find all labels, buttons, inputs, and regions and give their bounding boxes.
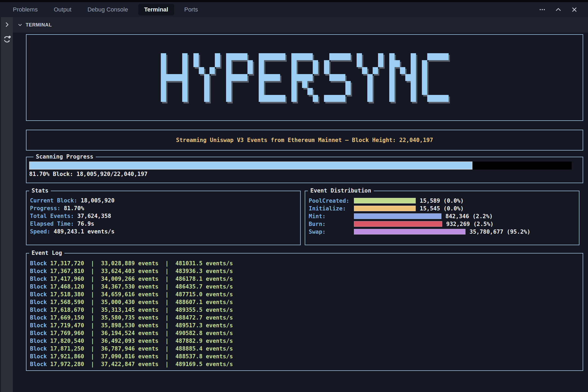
banner-pixel xyxy=(291,74,297,81)
tab-problems[interactable]: Problems xyxy=(7,4,44,16)
banner-pixel xyxy=(302,60,307,67)
banner-pixel xyxy=(193,67,199,74)
banner-pixel xyxy=(259,81,264,88)
event-log-row: Block 17,719,470 | 35,898,530 events | 4… xyxy=(30,322,583,329)
banner-pixel xyxy=(307,81,313,88)
banner-pixel xyxy=(182,67,188,74)
banner-pixel xyxy=(264,67,269,74)
log-block-prefix: Block xyxy=(30,338,47,344)
panel-tabs: ProblemsOutputDebug ConsoleTerminalPorts xyxy=(7,4,204,16)
panel-body: TERMINAL Streaming Uniswap V3 Events fro… xyxy=(0,17,588,392)
banner-pixel xyxy=(367,74,373,81)
banner-pixel xyxy=(177,53,182,60)
banner-pixel xyxy=(427,74,433,81)
banner-pixel xyxy=(269,88,275,95)
banner-pixel xyxy=(264,74,269,81)
banner-pixel xyxy=(182,74,188,81)
sync-icon[interactable] xyxy=(2,35,12,44)
event-log-row: Block 17,871,250 | 36,787,946 events | 4… xyxy=(30,345,583,353)
event-log-row: Block 17,921,860 | 37,090,816 events | 4… xyxy=(30,353,583,360)
log-row-text: 17,618,670 | 35,313,145 events | 489355.… xyxy=(47,307,233,313)
maximize-panel-icon[interactable] xyxy=(554,6,562,14)
banner-pixel xyxy=(280,60,285,67)
banner-pixel xyxy=(166,60,171,67)
banner-pixel xyxy=(275,53,280,60)
more-actions-icon[interactable] xyxy=(538,6,546,14)
banner-pixel xyxy=(427,53,433,60)
tab-terminal[interactable]: Terminal xyxy=(138,4,174,16)
banner-pixel xyxy=(378,60,383,67)
banner-pixel xyxy=(193,74,199,81)
stat-value: 489,243.1 events/s xyxy=(54,228,115,235)
log-block-prefix: Block xyxy=(30,260,47,267)
banner-pixel xyxy=(438,74,443,81)
event-log-row: Block 17,820,540 | 36,492,093 events | 4… xyxy=(30,337,583,345)
banner-pixel xyxy=(307,53,313,60)
banner-pixel xyxy=(237,53,242,60)
chevron-down-icon[interactable] xyxy=(18,22,22,27)
banner-pixel xyxy=(193,60,199,67)
banner-pixel xyxy=(443,60,449,67)
banner-pixel xyxy=(193,81,199,88)
distribution-bar xyxy=(354,229,465,235)
banner-pixel xyxy=(291,60,297,67)
distribution-row: PoolCreated:15,589 (0.0%) xyxy=(309,197,579,205)
distribution-value: 842,346 (2.2%) xyxy=(445,213,493,220)
banner-pixel xyxy=(427,95,433,102)
close-panel-icon[interactable] xyxy=(570,6,578,14)
banner-pixel xyxy=(362,60,367,67)
log-block-prefix: Block xyxy=(30,307,47,313)
banner-pixel xyxy=(259,53,264,60)
banner-pixel xyxy=(345,60,351,67)
banner-pixel xyxy=(204,67,209,74)
banner-pixel xyxy=(171,81,177,88)
banner-pixel xyxy=(433,74,438,81)
banner-pixel xyxy=(242,74,247,81)
banner-pixel xyxy=(373,60,378,67)
banner-pixel xyxy=(171,67,177,74)
banner-pixel xyxy=(335,67,340,74)
tab-debug-console[interactable]: Debug Console xyxy=(82,4,134,16)
tab-output[interactable]: Output xyxy=(48,4,77,16)
log-block-prefix: Block xyxy=(30,345,47,352)
event-distribution-box: Event Distribution PoolCreated:15,589 (0… xyxy=(305,191,579,245)
banner-pixel xyxy=(231,74,237,81)
banner-pixel xyxy=(405,67,411,74)
banner-pixel xyxy=(259,60,264,67)
banner-pixel xyxy=(242,95,247,102)
expand-chevron-icon[interactable] xyxy=(4,21,10,28)
banner-pixel xyxy=(259,67,264,74)
log-row-text: 17,468,120 | 34,367,530 events | 486435.… xyxy=(47,283,233,290)
terminal-header: TERMINAL xyxy=(13,17,588,33)
window-top-edge xyxy=(0,0,588,2)
stat-label: Total Events: xyxy=(30,213,74,219)
distribution-value: 15,545 (0.0%) xyxy=(420,205,464,212)
tab-ports[interactable]: Ports xyxy=(178,4,204,16)
terminal-content[interactable]: Streaming Uniswap V3 Events from Ethereu… xyxy=(13,33,588,392)
banner-pixel xyxy=(389,81,395,88)
banner-pixel xyxy=(345,88,351,95)
banner-pixel xyxy=(275,74,280,81)
banner-pixel xyxy=(204,53,209,60)
banner-pixel xyxy=(215,67,220,74)
banner-pixel xyxy=(215,88,220,95)
banner-pixel xyxy=(411,60,416,67)
event-distribution-title: Event Distribution xyxy=(308,187,374,194)
banner-pixel xyxy=(362,81,367,88)
banner-pixel xyxy=(209,67,215,74)
banner-pixel xyxy=(427,81,433,88)
event-log-row: Block 17,317,720 | 33,028,889 events | 4… xyxy=(30,260,583,267)
banner-pixel xyxy=(422,88,427,95)
banner-pixel xyxy=(367,53,373,60)
banner-pixel xyxy=(275,88,280,95)
banner-pixel xyxy=(324,74,329,81)
banner-pixel xyxy=(443,53,449,60)
hypersync-ascii-banner xyxy=(161,53,449,102)
banner-pixel xyxy=(247,95,253,102)
banner-pixel xyxy=(302,81,307,88)
banner-pixel xyxy=(209,88,215,95)
distribution-label: Initialize: xyxy=(309,205,354,212)
banner-pixel xyxy=(199,74,204,81)
banner-pixel xyxy=(215,53,220,60)
banner-pixel xyxy=(199,53,204,60)
